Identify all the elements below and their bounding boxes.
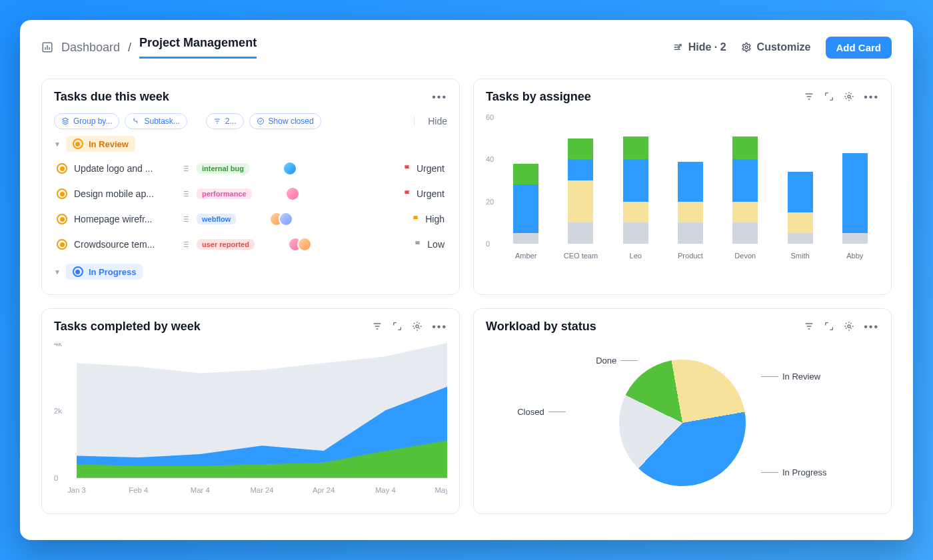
gear-icon[interactable] [412, 321, 423, 333]
filter-pills: Group by... Subtask... 2... Show closed … [54, 113, 447, 129]
bar-chart-icon [41, 41, 53, 53]
customize-label: Customize [757, 41, 811, 53]
priority: Low [414, 239, 445, 250]
two-pill[interactable]: 2... [206, 113, 244, 129]
bar-column[interactable] [834, 153, 876, 244]
svg-text:Feb 4: Feb 4 [129, 486, 149, 494]
branch-icon [132, 117, 140, 125]
svg-text:May 4: May 4 [375, 486, 397, 494]
bar-column[interactable] [778, 172, 821, 244]
status-dot-icon [73, 266, 83, 277]
more-icon[interactable]: ••• [864, 321, 879, 333]
chevron-down-icon: ▼ [54, 268, 61, 276]
svg-point-4 [257, 119, 263, 125]
task-row[interactable]: Homepage wirefr... webflow High [54, 206, 447, 232]
task-tag: user reported [197, 239, 255, 250]
hide-link[interactable]: Hide [414, 116, 447, 127]
bar-column[interactable] [614, 137, 657, 244]
flag-icon [412, 214, 421, 224]
task-row[interactable]: Design mobile ap... performance Urgent [54, 181, 447, 206]
pie-label: In Review [761, 372, 820, 382]
add-card-button[interactable]: Add Card [826, 37, 892, 59]
group-in-progress[interactable]: ▼ In Progress [54, 264, 447, 280]
card-tasks-assignee: Tasks by assignee ••• 0204060AmberCEO te… [473, 79, 892, 295]
svg-text:2k: 2k [54, 407, 62, 415]
subtask-pill[interactable]: Subtask... [125, 113, 187, 129]
more-icon[interactable]: ••• [864, 91, 879, 103]
y-tick: 0 [486, 240, 490, 248]
assignee-avatars[interactable] [288, 237, 312, 252]
group-in-review[interactable]: ▼ In Review [54, 136, 447, 152]
filter-icon[interactable] [804, 321, 814, 333]
flag-icon [414, 240, 423, 249]
x-tick: Abby [834, 252, 876, 260]
svg-point-6 [416, 325, 419, 328]
task-row[interactable]: Crowdsource tem... user reported Low [54, 232, 447, 257]
status-icon [57, 188, 67, 199]
hide-filters-button[interactable]: Hide · 2 [672, 41, 726, 53]
pie-chart: In ProgressClosedDoneIn Review [486, 343, 879, 503]
task-name: Update logo and ... [74, 163, 174, 174]
avatar [279, 212, 293, 226]
svg-point-17 [848, 325, 850, 328]
status-progress-label: In Progress [89, 267, 137, 277]
x-tick: Amber [504, 252, 547, 260]
bar-column[interactable] [724, 137, 766, 244]
card-title: Tasks by assignee [486, 90, 591, 104]
bar-chart: 0204060AmberCEO teamLeoProductDevonSmith… [486, 113, 879, 260]
more-icon[interactable]: ••• [432, 321, 447, 333]
y-tick: 40 [486, 155, 494, 163]
task-row[interactable]: Update logo and ... internal bug Urgent [54, 156, 447, 181]
expand-icon[interactable] [824, 321, 834, 333]
breadcrumb-root[interactable]: Dashboard [61, 41, 120, 55]
task-name: Homepage wirefr... [74, 214, 174, 224]
priority: Urgent [403, 163, 445, 174]
task-tag: internal bug [197, 163, 249, 174]
show-closed-pill[interactable]: Show closed [249, 113, 321, 129]
pie[interactable] [619, 360, 746, 486]
pie-label: Done [596, 356, 638, 366]
expand-icon[interactable] [824, 91, 834, 103]
task-name: Crowdsource tem... [74, 239, 174, 250]
gear-icon[interactable] [844, 321, 854, 333]
status-review-label: In Review [89, 139, 129, 149]
card-workload: Workload by status ••• In ProgressClosed… [473, 308, 892, 514]
list-icon [181, 164, 190, 173]
filter-icon[interactable] [372, 321, 383, 333]
pie-label: In Progress [761, 467, 826, 477]
bar-column[interactable] [559, 139, 602, 244]
flag-icon [403, 189, 413, 198]
svg-text:0: 0 [54, 474, 58, 482]
layers-icon [61, 117, 69, 125]
priority: High [412, 214, 445, 224]
svg-text:May 15: May 15 [435, 486, 447, 494]
svg-point-5 [848, 95, 850, 98]
assignee-avatars[interactable] [285, 186, 300, 201]
customize-button[interactable]: Customize [741, 41, 811, 53]
breadcrumb: Dashboard / Project Management [41, 36, 257, 59]
x-tick: Leo [614, 252, 657, 260]
bar-column[interactable] [504, 164, 547, 244]
x-tick: Product [669, 252, 712, 260]
list-icon [181, 214, 190, 224]
chevron-down-icon: ▼ [54, 140, 61, 148]
breadcrumb-separator: / [128, 41, 131, 55]
bar-column[interactable] [669, 162, 712, 244]
assignee-avatars[interactable] [283, 161, 297, 176]
priority: Urgent [403, 188, 445, 199]
card-title: Workload by status [486, 320, 596, 334]
task-tag: performance [197, 188, 252, 199]
more-icon[interactable]: ••• [432, 91, 447, 103]
task-tag: webflow [197, 214, 236, 224]
filter-icon[interactable] [804, 91, 814, 103]
svg-point-3 [745, 46, 748, 49]
group-by-pill[interactable]: Group by... [54, 113, 119, 129]
x-tick: Devon [724, 252, 766, 260]
svg-point-1 [679, 44, 681, 46]
assignee-avatars[interactable] [269, 212, 293, 226]
card-title: Tasks completed by week [54, 320, 201, 334]
svg-text:Apr 24: Apr 24 [313, 486, 335, 494]
gear-icon[interactable] [844, 91, 854, 103]
breadcrumb-current[interactable]: Project Management [139, 36, 257, 59]
expand-icon[interactable] [392, 321, 403, 333]
